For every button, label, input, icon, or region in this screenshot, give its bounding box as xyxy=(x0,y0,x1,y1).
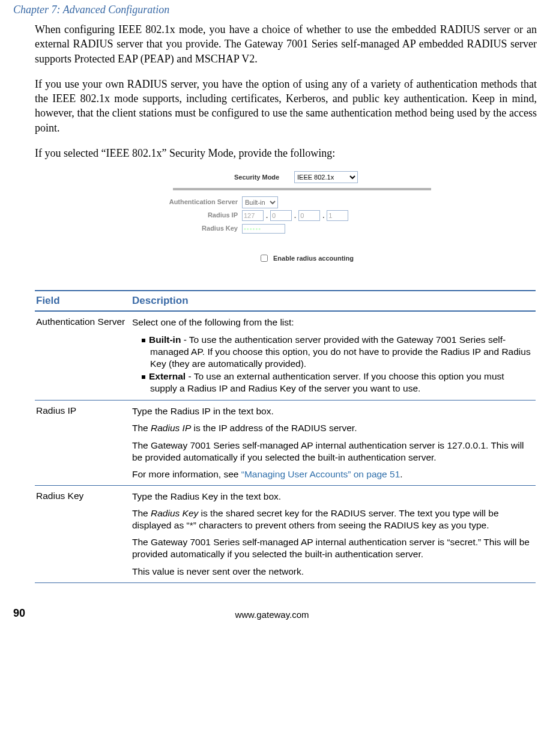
cell-field: Radius Key xyxy=(35,485,131,582)
emphasis: Radius IP xyxy=(151,423,191,433)
radius-key-label: Radius Key xyxy=(120,225,238,232)
desc-text: For more information, see “Managing User… xyxy=(132,468,531,480)
desc-text: This value is never sent over the networ… xyxy=(132,566,531,578)
page-footer: 90 www.gateway.com xyxy=(0,594,550,620)
radius-key-input[interactable] xyxy=(242,224,285,234)
cell-field: Authentication Server xyxy=(35,311,131,400)
dot-icon: . xyxy=(266,212,268,219)
radius-ip-label: Radius IP xyxy=(120,211,238,219)
radius-ip-octet-1[interactable] xyxy=(242,210,264,221)
security-mode-select[interactable]: IEEE 802.1x xyxy=(294,171,358,183)
bullet-list: Built-in - To use the authentication ser… xyxy=(132,334,531,395)
auth-server-select[interactable]: Built-in xyxy=(242,196,278,208)
table-row: Radius Key Type the Radius Key in the te… xyxy=(35,485,536,582)
table-row: Authentication Server Select one of the … xyxy=(35,311,536,400)
page: Chapter 7: Advanced Configuration When c… xyxy=(0,0,550,594)
enable-accounting-checkbox[interactable] xyxy=(261,255,268,262)
table-row: Radius IP Type the Radius IP in the text… xyxy=(35,401,536,486)
desc-text: Select one of the following from the lis… xyxy=(132,316,531,328)
enable-accounting-row: Enable radius accounting xyxy=(258,253,354,264)
fields-table: Field Description Authentication Server … xyxy=(35,290,536,582)
dot-icon: . xyxy=(322,212,324,219)
site-url: www.gateway.com xyxy=(25,609,519,620)
enable-accounting-label: Enable radius accounting xyxy=(273,255,354,262)
radius-ip-row: . . . xyxy=(242,210,348,221)
paragraph-3: If you selected “IEEE 802.1x” Security M… xyxy=(35,146,537,160)
bullet-bold: Built-in xyxy=(149,334,181,345)
cell-description: Select one of the following from the lis… xyxy=(131,311,536,400)
chapter-title: Chapter 7: Advanced Configuration xyxy=(13,4,537,16)
security-mode-label: Security Mode xyxy=(234,174,279,181)
dot-icon: . xyxy=(294,212,296,219)
page-number: 90 xyxy=(13,607,25,620)
paragraph-1: When configuring IEEE 802.1x mode, you h… xyxy=(35,22,537,66)
desc-text: The Gateway 7001 Series self-managed AP … xyxy=(132,440,531,464)
cross-ref-link[interactable]: “Managing User Accounts” on page 51 xyxy=(241,469,400,479)
list-item: Built-in - To use the authentication ser… xyxy=(142,334,531,370)
bullet-rest: - To use an external authentication serv… xyxy=(150,371,504,393)
divider xyxy=(173,188,431,190)
paragraph-2: If you use your own RADIUS server, you h… xyxy=(35,77,537,135)
list-item: External - To use an external authentica… xyxy=(142,370,531,395)
radius-ip-octet-4[interactable] xyxy=(327,210,348,221)
header-description: Description xyxy=(131,291,536,311)
bullet-bold: External xyxy=(149,371,186,381)
bullet-icon xyxy=(142,375,145,379)
config-screenshot: Security Mode IEEE 802.1x Authentication… xyxy=(120,171,430,274)
radius-ip-octet-3[interactable] xyxy=(298,210,320,221)
desc-text: The Radius IP is the IP address of the R… xyxy=(132,422,531,434)
desc-text: The Radius Key is the shared secret key … xyxy=(132,507,531,531)
desc-text: The Gateway 7001 Series self-managed AP … xyxy=(132,536,531,560)
cell-description: Type the Radius Key in the text box. The… xyxy=(131,485,536,582)
auth-server-label: Authentication Server xyxy=(120,198,238,205)
bullet-icon xyxy=(142,339,145,342)
cell-field: Radius IP xyxy=(35,401,131,486)
desc-text: Type the Radius IP in the text box. xyxy=(132,405,531,417)
header-field: Field xyxy=(35,291,131,311)
table-header-row: Field Description xyxy=(35,291,536,311)
emphasis: Radius Key xyxy=(151,508,198,518)
desc-text: Type the Radius Key in the text box. xyxy=(132,491,531,503)
bullet-rest: - To use the authentication server provi… xyxy=(150,334,531,369)
radius-ip-octet-2[interactable] xyxy=(270,210,292,221)
cell-description: Type the Radius IP in the text box. The … xyxy=(131,401,536,486)
